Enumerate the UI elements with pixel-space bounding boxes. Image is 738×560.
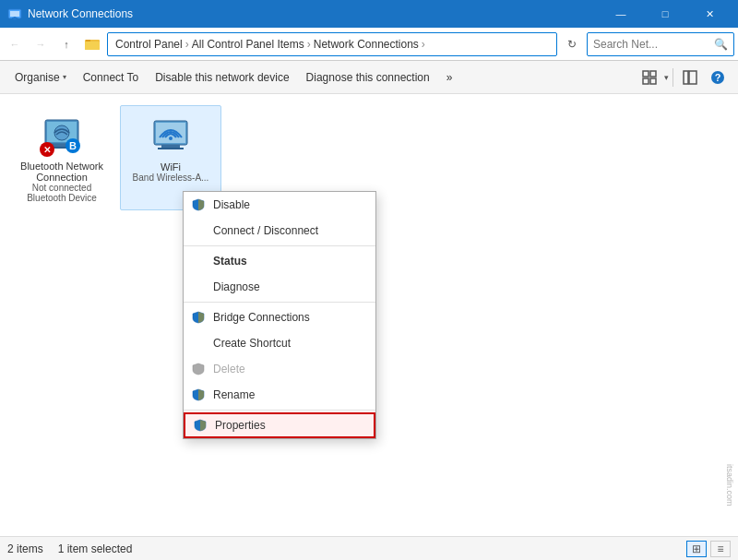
view-options-button[interactable] <box>637 65 662 90</box>
svg-rect-12 <box>689 71 696 84</box>
ctx-sep-1 <box>184 245 375 246</box>
wifi-item-status: Band Wireless-A... <box>133 173 209 183</box>
toolbar: Organise ▾ Connect To Disable this netwo… <box>0 61 738 94</box>
search-input[interactable] <box>593 38 714 51</box>
window-controls: — □ ✕ <box>600 0 731 28</box>
svg-rect-11 <box>684 71 688 84</box>
ctx-disable[interactable]: Disable <box>184 192 375 218</box>
svg-rect-10 <box>650 78 656 84</box>
shield-bridge-icon <box>191 310 206 325</box>
bluetooth-network-item[interactable]: B ✕ Bluetooth Network Connection Not con… <box>11 105 113 210</box>
window-title: Network Connections <box>28 7 600 20</box>
folder-icon <box>85 37 100 52</box>
help-button[interactable]: ? <box>705 65 731 90</box>
pane-toggle-icon <box>683 70 697 85</box>
wifi-item-name: WiFi <box>161 161 181 173</box>
pane-toggle-button[interactable] <box>677 65 703 90</box>
error-badge: ✕ <box>40 142 54 157</box>
svg-rect-5 <box>85 42 100 50</box>
ctx-properties[interactable]: Properties <box>184 412 375 438</box>
watermark: itsadin.com <box>721 462 738 508</box>
minimize-button[interactable]: — <box>600 0 642 28</box>
bluetooth-item-name: Bluetooth Network Connection <box>18 161 105 183</box>
organise-button[interactable]: Organise ▾ <box>7 65 74 90</box>
bluetooth-item-type: Bluetooth Device <box>27 193 97 203</box>
app-icon <box>7 6 22 21</box>
maximize-button[interactable]: □ <box>644 0 686 28</box>
ctx-delete[interactable]: Delete <box>184 356 375 382</box>
shield-properties-icon <box>193 418 208 433</box>
breadcrumb-path[interactable]: Control Panel › All Control Panel Items … <box>107 32 557 56</box>
breadcrumb-network-connections[interactable]: Network Connections <box>314 38 419 51</box>
search-icon[interactable]: 🔍 <box>714 38 728 51</box>
svg-rect-3 <box>12 18 18 18</box>
ctx-status[interactable]: Status <box>184 248 375 274</box>
breadcrumb-control-panel[interactable]: Control Panel <box>115 38 183 51</box>
shield-delete-icon <box>191 362 206 376</box>
disable-button[interactable]: Disable this network device <box>148 65 296 90</box>
ctx-sep-2 <box>184 302 375 303</box>
close-button[interactable]: ✕ <box>688 0 731 28</box>
address-bar: ← → ↑ Control Panel › All Control Panel … <box>0 28 738 61</box>
ctx-connect-disconnect[interactable]: Connect / Disconnect <box>184 218 375 244</box>
toolbar-right: ▾ ? <box>637 65 731 90</box>
main-content: B ✕ Bluetooth Network Connection Not con… <box>0 94 738 536</box>
svg-rect-1 <box>10 11 19 17</box>
shield-disable-icon <box>191 197 206 212</box>
svg-text:B: B <box>69 140 77 151</box>
bluetooth-icon-wrapper: B ✕ <box>40 113 84 157</box>
status-bar: 2 items 1 item selected ⊞ ≡ <box>0 536 738 560</box>
svg-rect-6 <box>86 40 90 42</box>
back-button[interactable]: ← <box>4 33 26 55</box>
list-view-button[interactable]: ≡ <box>710 541 731 557</box>
wifi-icon-wrapper <box>149 113 193 158</box>
context-menu: Disable Connect / Disconnect Status Diag… <box>183 191 376 439</box>
breadcrumb-all-items[interactable]: All Control Panel Items <box>192 38 304 51</box>
svg-text:?: ? <box>715 72 721 83</box>
ctx-rename[interactable]: Rename <box>184 382 375 408</box>
ctx-create-shortcut[interactable]: Create Shortcut <box>184 330 375 356</box>
diagnose-button[interactable]: Diagnose this connection <box>299 65 437 90</box>
ctx-bridge-connections[interactable]: Bridge Connections <box>184 304 375 330</box>
view-buttons: ⊞ ≡ <box>686 541 731 557</box>
address-icon <box>81 33 103 55</box>
organise-chevron: ▾ <box>63 73 66 81</box>
view-dropdown-arrow[interactable]: ▾ <box>664 73 669 82</box>
ctx-diagnose[interactable]: Diagnose <box>184 274 375 300</box>
search-box[interactable]: 🔍 <box>587 32 734 56</box>
wifi-network-icon <box>149 113 193 158</box>
refresh-button[interactable]: ↻ <box>561 33 583 55</box>
svg-rect-25 <box>158 148 184 149</box>
shield-rename-icon <box>191 387 206 402</box>
more-button[interactable]: » <box>439 65 460 90</box>
forward-button[interactable]: → <box>30 33 52 55</box>
help-icon: ? <box>710 70 725 85</box>
up-button[interactable]: ↑ <box>55 33 77 55</box>
ctx-sep-3 <box>184 410 375 411</box>
large-icons-view-button[interactable]: ⊞ <box>686 541 707 557</box>
item-count: 2 items <box>7 542 43 555</box>
svg-rect-9 <box>643 78 649 84</box>
bluetooth-item-status: Not connected <box>32 183 92 193</box>
svg-rect-24 <box>161 145 180 148</box>
svg-rect-8 <box>650 71 656 77</box>
connect-to-button[interactable]: Connect To <box>76 65 147 90</box>
svg-rect-7 <box>643 71 649 77</box>
view-options-icon <box>642 70 657 85</box>
selected-count: 1 item selected <box>58 542 133 555</box>
svg-point-26 <box>169 137 173 140</box>
svg-point-19 <box>54 125 69 140</box>
title-bar: Network Connections — □ ✕ <box>0 0 738 28</box>
